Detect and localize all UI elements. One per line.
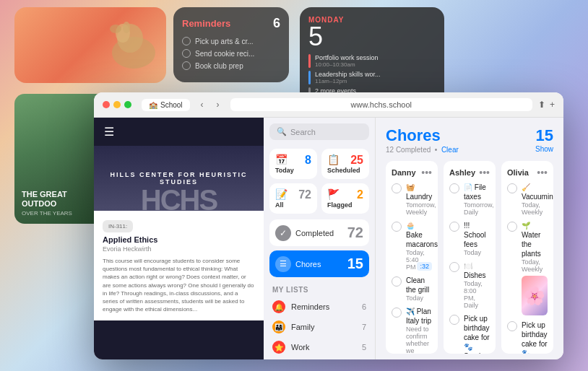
chore-detail-vacuuming: Today, Weekly xyxy=(522,201,548,216)
chore-name-dishes: 🍽️ Dishes xyxy=(464,261,490,280)
course-instructor: Evoria Heckwirth xyxy=(103,245,255,253)
danny-col-more[interactable]: ••• xyxy=(421,167,432,178)
today-card[interactable]: 📅 8 Today xyxy=(269,149,317,179)
list-item-family[interactable]: 👨‍👩‍👧 Family 7 xyxy=(264,317,375,337)
forward-button[interactable]: › xyxy=(212,98,225,111)
chore-checkbox-italy[interactable] xyxy=(392,307,402,318)
browser-window: 🏫 School ‹ › www.hchs.school ⬆ + ☰ HILLS… xyxy=(94,92,563,359)
chore-checkbox-school-fees[interactable] xyxy=(449,222,459,232)
reminders-smart-lists: 📅 8 Today 📋 25 Scheduled 📝 72 xyxy=(264,146,375,219)
calendar-date: 5 xyxy=(308,24,436,50)
chore-checkbox-birthday-cake-ashley[interactable] xyxy=(449,315,459,325)
list-item-reminders[interactable]: 🔔 Reminders 6 xyxy=(264,297,375,317)
school-name: HILLS CENTER FOR HEURISTIC STUDIES xyxy=(100,171,258,186)
chore-checkbox-vacuuming[interactable] xyxy=(507,183,517,193)
dog-photo-widget xyxy=(14,7,166,83)
chore-checkbox-laundry[interactable] xyxy=(392,183,402,193)
course-description: This course will encourage students to c… xyxy=(103,257,255,313)
calendar-event-2: Leadership skills wor... 11am–12pm xyxy=(308,71,436,84)
chore-macarons: 🧁 Bake macarons Today, 5:40 PM :32 xyxy=(392,221,432,271)
hamburger-icon[interactable]: ☰ xyxy=(104,125,114,139)
browser-tabs: 🏫 School xyxy=(142,99,190,111)
cal-event-time-2: 11am–12pm xyxy=(315,78,381,84)
outdoor-subtitle: OVER THE YEARS xyxy=(22,210,101,217)
share-button[interactable]: ⬆ xyxy=(538,100,545,110)
reminders-widget-title: Reminders xyxy=(182,18,230,29)
chore-checkbox-water-plants[interactable] xyxy=(507,222,517,232)
all-card[interactable]: 📝 72 All xyxy=(269,183,317,214)
course-badge: IN-311: xyxy=(103,220,133,232)
address-bar[interactable]: www.hchs.school xyxy=(230,98,532,111)
chores-card[interactable]: ☰ Chores 15 xyxy=(269,250,369,277)
school-course-content: IN-311: Applied Ethics Evoria Heckwirth … xyxy=(94,211,264,320)
flagged-card[interactable]: 🚩 2 Flagged xyxy=(321,183,369,214)
school-large-text: HCHS xyxy=(141,184,217,211)
list-item-groceries[interactable]: 🛒 Groceries 11 xyxy=(264,357,375,359)
chore-water-plants: 🌱 Water the plants Today, Weekly 🌸 xyxy=(507,221,548,315)
list-name-family: Family xyxy=(291,323,356,331)
list-icon-reminders: 🔔 xyxy=(272,300,285,313)
chores-title: Chores xyxy=(386,126,459,145)
calendar-day-label: MONDAY xyxy=(308,16,436,24)
completed-icon: ✓ xyxy=(275,225,291,241)
reminders-app-sidebar: 🔍 Search 📅 8 Today 📋 25 Scheduled xyxy=(264,118,376,359)
school-header: HILLS CENTER FOR HEURISTIC STUDIES HCHS xyxy=(94,146,264,211)
chore-name-italy: ✈️ Plan Italy trip xyxy=(406,307,432,326)
chore-detail-dishes: Today, 8:00 PM, Daily xyxy=(464,280,490,309)
chore-detail-taxes: Tomorrow, Daily xyxy=(464,201,490,216)
all-count: 72 xyxy=(298,188,311,201)
close-button[interactable] xyxy=(103,101,110,108)
reminders-widget-count: 6 xyxy=(273,16,280,31)
scheduled-card[interactable]: 📋 25 Scheduled xyxy=(321,149,369,179)
chore-grill: Clean the grill Today xyxy=(392,276,432,302)
chore-checkbox-dishes[interactable] xyxy=(449,262,459,272)
chores-card-label: Chores xyxy=(295,260,321,269)
maximize-button[interactable] xyxy=(124,101,131,108)
reminders-widget: Reminders 6 Pick up arts & cr... Send co… xyxy=(173,7,289,82)
reminders-search[interactable]: 🔍 Search xyxy=(269,123,369,140)
olivia-col-more[interactable]: ••• xyxy=(537,167,548,178)
reminder-text-3: Book club prep xyxy=(195,62,243,70)
list-icon-family: 👨‍👩‍👧 xyxy=(272,320,285,333)
browser-tab-school[interactable]: 🏫 School xyxy=(142,99,190,111)
chore-checkbox-birthday-cake-olivia[interactable] xyxy=(507,321,517,331)
list-icon-work: ⭐ xyxy=(272,341,285,354)
browser-content: ☰ HILLS CENTER FOR HEURISTIC STUDIES HCH… xyxy=(94,118,563,359)
today-label: Today xyxy=(275,167,311,174)
flagged-count: 2 xyxy=(357,188,363,201)
cal-event-title-2: Leadership skills wor... xyxy=(315,71,381,78)
chores-subtitle: 12 Completed • Clear xyxy=(386,146,459,154)
ashley-col-more[interactable]: ••• xyxy=(479,167,490,178)
list-name-work: Work xyxy=(291,343,356,352)
minimize-button[interactable] xyxy=(113,101,121,108)
svg-point-3 xyxy=(110,25,121,33)
chore-name-vacuuming: 🧹 Vacuuming xyxy=(522,183,548,201)
chore-timer-macarons: :32 xyxy=(417,262,432,271)
chores-column-danny: Danny ••• 🧺 Laundry Tomorrow, Weekly xyxy=(386,161,438,354)
chore-dishes: 🍽️ Dishes Today, 8:00 PM, Daily xyxy=(449,261,490,309)
chores-show-button[interactable]: Show xyxy=(535,145,553,153)
cal-event-time-1: 10:00–10:30am xyxy=(315,61,379,68)
chores-column-ashley: Ashley ••• 📄 File taxes Tomorrow, Daily xyxy=(444,161,496,354)
completed-card[interactable]: ✓ Completed 72 xyxy=(269,219,369,246)
chore-name-birthday-cake-ashley: Pick up birthday cake for 🐾 Sparky xyxy=(464,314,490,354)
calendar-widget: MONDAY 5 Portfolio work session 10:00–10… xyxy=(300,7,444,106)
back-button[interactable]: ‹ xyxy=(196,98,209,111)
chore-name-school-fees: !!! School fees xyxy=(464,221,490,249)
chore-checkbox-taxes[interactable] xyxy=(449,183,459,193)
search-icon: 🔍 xyxy=(277,127,287,136)
chores-count: 15 xyxy=(535,126,553,145)
today-count: 8 xyxy=(305,154,311,167)
chores-card-count: 15 xyxy=(347,256,363,272)
chore-checkbox-grill[interactable] xyxy=(392,276,402,287)
outdoor-title: THE GREAT OUTDOO xyxy=(22,190,101,209)
danny-col-name: Danny xyxy=(392,168,416,177)
ashley-col-name: Ashley xyxy=(449,168,475,177)
chore-checkbox-macarons[interactable] xyxy=(392,222,402,232)
chore-image-flowers: 🌸 xyxy=(522,276,548,315)
list-item-work[interactable]: ⭐ Work 5 xyxy=(264,337,375,357)
chores-column-olivia: Olivia ••• 🧹 Vacuuming Today, Weekly xyxy=(501,161,553,354)
chores-clear-button[interactable]: Clear xyxy=(441,146,459,154)
today-icon: 📅 xyxy=(275,154,287,165)
add-tab-button[interactable]: + xyxy=(550,100,555,110)
